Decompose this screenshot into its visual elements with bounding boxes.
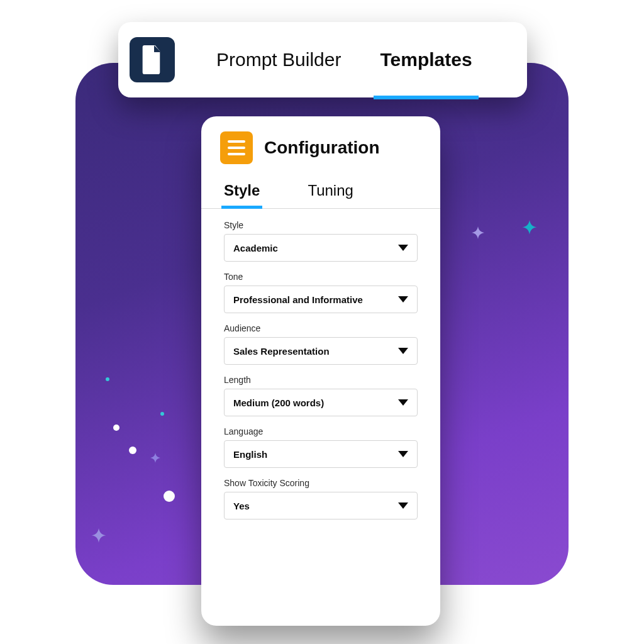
chevron-down-icon <box>398 296 408 303</box>
panel-title: Configuration <box>264 138 380 158</box>
dot-decor <box>164 491 175 502</box>
header-tabs: Prompt Builder Templates <box>213 24 476 96</box>
select-audience[interactable]: Sales Representation <box>224 337 418 365</box>
field-audience: Audience Sales Representation <box>224 323 418 365</box>
chevron-down-icon <box>398 245 408 251</box>
select-length[interactable]: Medium (200 words) <box>224 389 418 416</box>
select-value: Academic <box>233 243 278 253</box>
field-label: Tone <box>224 272 418 282</box>
field-label: Audience <box>224 323 418 333</box>
tab-prompt-builder[interactable]: Prompt Builder <box>213 24 345 96</box>
chevron-down-icon <box>398 451 408 457</box>
configuration-panel: Configuration Style Tuning Style Academi… <box>201 116 440 626</box>
field-toxicity: Show Toxicity Scoring Yes <box>224 478 418 519</box>
menu-icon <box>220 131 253 164</box>
tab-tuning[interactable]: Tuning <box>305 177 356 208</box>
select-toxicity[interactable]: Yes <box>224 492 418 519</box>
chevron-down-icon <box>398 399 408 406</box>
fields-container: Style Academic Tone Professional and Inf… <box>201 209 440 530</box>
select-value: Yes <box>233 501 250 511</box>
dot-decor <box>106 377 109 381</box>
chevron-down-icon <box>398 348 408 354</box>
panel-tabs: Style Tuning <box>201 170 440 209</box>
field-tone: Tone Professional and Informative <box>224 272 418 313</box>
sparkle-icon <box>88 528 109 550</box>
select-value: English <box>233 449 267 460</box>
select-tone[interactable]: Professional and Informative <box>224 286 418 313</box>
header-bar: Prompt Builder Templates <box>118 22 527 97</box>
select-language[interactable]: English <box>224 440 418 468</box>
field-style: Style Academic <box>224 220 418 262</box>
sparkle-icon <box>469 226 487 245</box>
field-label: Style <box>224 220 418 230</box>
field-length: Length Medium (200 words) <box>224 375 418 416</box>
select-value: Sales Representation <box>233 346 330 357</box>
panel-header: Configuration <box>201 129 440 170</box>
dot-decor <box>113 425 119 431</box>
dot-decor <box>160 412 164 416</box>
tab-style[interactable]: Style <box>221 177 262 208</box>
select-value: Medium (200 words) <box>233 397 324 408</box>
field-label: Show Toxicity Scoring <box>224 478 418 488</box>
document-icon <box>130 37 175 82</box>
sparkle-icon <box>519 220 540 242</box>
field-label: Language <box>224 426 418 436</box>
dot-decor <box>129 447 136 454</box>
select-value: Professional and Informative <box>233 294 363 305</box>
field-label: Length <box>224 375 418 385</box>
select-style[interactable]: Academic <box>224 234 418 262</box>
chevron-down-icon <box>398 502 408 509</box>
field-language: Language English <box>224 426 418 468</box>
tab-templates[interactable]: Templates <box>376 24 475 96</box>
sparkle-icon <box>148 453 163 468</box>
